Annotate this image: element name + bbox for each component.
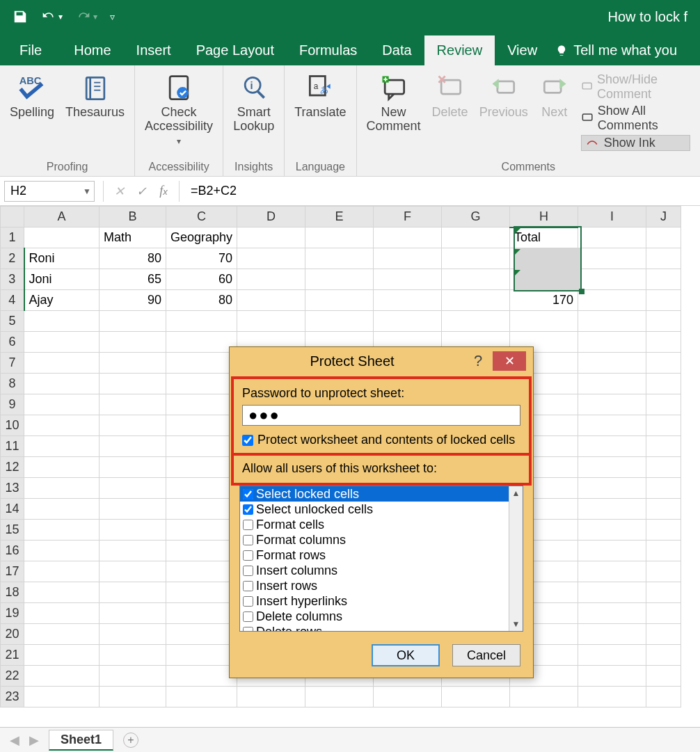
cell[interactable] [24, 499, 100, 520]
cell[interactable] [166, 374, 237, 394]
scroll-up-icon[interactable]: ▲ [509, 486, 523, 500]
cell[interactable] [646, 394, 681, 415]
cell[interactable] [24, 520, 100, 541]
cell[interactable] [166, 603, 237, 624]
cell[interactable] [442, 687, 510, 707]
tab-formulas[interactable]: Formulas [287, 35, 369, 65]
cell[interactable] [24, 353, 100, 374]
cell[interactable] [646, 645, 681, 666]
cell[interactable] [646, 248, 681, 269]
cell[interactable] [24, 227, 100, 248]
qat-customize-icon[interactable]: ▿ [110, 11, 115, 22]
permission-checkbox[interactable] [243, 627, 253, 632]
cell[interactable] [442, 248, 510, 269]
cell[interactable] [24, 541, 100, 561]
cell[interactable] [100, 415, 166, 436]
cell[interactable] [24, 457, 100, 478]
cell[interactable] [24, 374, 100, 394]
chevron-down-icon[interactable]: ▼ [83, 186, 91, 196]
row-header[interactable]: 3 [1, 269, 24, 290]
cell[interactable]: 60 [166, 269, 237, 290]
permission-checkbox[interactable] [243, 550, 253, 561]
cell[interactable] [646, 269, 681, 290]
cell[interactable] [100, 582, 166, 603]
cell[interactable] [24, 666, 100, 687]
cell[interactable] [578, 687, 646, 707]
save-icon[interactable] [13, 9, 28, 24]
help-icon[interactable]: ? [468, 352, 488, 370]
cell[interactable] [166, 332, 237, 353]
cell[interactable] [305, 227, 374, 248]
row-header[interactable]: 13 [1, 478, 24, 499]
cell[interactable] [578, 227, 646, 248]
cell[interactable] [305, 269, 374, 290]
row-header[interactable]: 21 [1, 645, 24, 666]
cell[interactable] [646, 353, 681, 374]
cell[interactable] [442, 290, 510, 311]
cell[interactable] [374, 248, 442, 269]
cell[interactable]: 70 [166, 248, 237, 269]
permission-checkbox[interactable] [243, 596, 253, 607]
cell[interactable]: 65 [100, 269, 166, 290]
cell[interactable]: 80 [100, 248, 166, 269]
cell[interactable] [24, 561, 100, 582]
cell[interactable] [166, 457, 237, 478]
cell[interactable]: 90 [100, 290, 166, 311]
row-header[interactable]: 19 [1, 603, 24, 624]
cell[interactable] [646, 520, 681, 541]
cell[interactable] [100, 541, 166, 561]
new-comment-button[interactable]: New Comment [363, 70, 425, 136]
cell[interactable] [578, 394, 646, 415]
cell[interactable] [374, 290, 442, 311]
cell[interactable] [646, 603, 681, 624]
cell[interactable] [374, 269, 442, 290]
cell[interactable] [510, 311, 578, 332]
row-header[interactable]: 22 [1, 666, 24, 687]
tab-review[interactable]: Review [424, 35, 495, 65]
cell[interactable] [578, 603, 646, 624]
cell[interactable] [646, 541, 681, 561]
permission-checkbox[interactable] [243, 581, 253, 591]
cell[interactable]: Joni [24, 269, 100, 290]
tab-view[interactable]: View [495, 35, 550, 65]
cell[interactable] [578, 478, 646, 499]
cell[interactable] [305, 290, 374, 311]
cell[interactable] [646, 457, 681, 478]
cell[interactable] [24, 603, 100, 624]
row-header[interactable]: 11 [1, 436, 24, 457]
cell[interactable]: Ajay [24, 290, 100, 311]
cell[interactable] [166, 311, 237, 332]
cell[interactable] [374, 311, 442, 332]
row-header[interactable]: 18 [1, 582, 24, 603]
row-header[interactable]: 8 [1, 374, 24, 394]
cell[interactable] [578, 332, 646, 353]
permission-checkbox[interactable] [243, 489, 253, 499]
cell[interactable] [646, 374, 681, 394]
dialog-titlebar[interactable]: Protect Sheet ? ✕ [230, 347, 533, 375]
row-header[interactable]: 7 [1, 353, 24, 374]
permission-item[interactable]: Insert hyperlinks [240, 593, 523, 609]
permission-checkbox[interactable] [243, 520, 253, 530]
thesaurus-button[interactable]: Thesaurus [61, 70, 129, 122]
cell[interactable] [166, 394, 237, 415]
name-box[interactable]: H2 ▼ [4, 181, 95, 202]
cell[interactable] [578, 248, 646, 269]
cell[interactable] [100, 478, 166, 499]
cell[interactable] [578, 582, 646, 603]
permission-item[interactable]: Format rows [240, 547, 523, 563]
cell[interactable] [646, 499, 681, 520]
cell[interactable] [646, 561, 681, 582]
show-all-comments-button[interactable]: Show All Comments [581, 104, 690, 133]
column-headers[interactable]: A B C D E F G H I J [1, 207, 681, 227]
cancel-button[interactable]: Cancel [452, 644, 520, 666]
cell[interactable] [166, 520, 237, 541]
row-header[interactable]: 2 [1, 248, 24, 269]
cell[interactable]: 170 [510, 290, 578, 311]
cell[interactable] [578, 269, 646, 290]
ok-button[interactable]: OK [372, 644, 440, 666]
password-input[interactable] [242, 405, 520, 426]
cell[interactable] [24, 645, 100, 666]
cell[interactable] [305, 248, 374, 269]
cell[interactable] [24, 436, 100, 457]
permission-checkbox[interactable] [243, 566, 253, 576]
